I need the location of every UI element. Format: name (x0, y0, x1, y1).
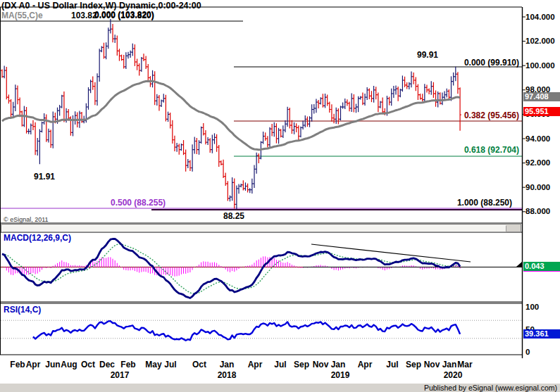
month-label: Apr (26, 360, 41, 369)
price-axis-label: 88.000 (525, 207, 550, 215)
fib-level-label: 0.382 (95.456) (394, 110, 519, 120)
month-label: Jul (386, 360, 398, 369)
fib-level-label: 0.618 (92.704) (394, 145, 519, 155)
month-label: Apr (358, 360, 373, 369)
scrollbar-thumb[interactable] (2, 225, 506, 232)
month-label: Sep (406, 360, 421, 369)
month-label: Jul (164, 360, 176, 369)
macd-value-badge: 0.043 (523, 262, 560, 272)
month-label: Aug (61, 360, 77, 369)
year-label: 2017 (111, 370, 130, 380)
month-label: Jun (45, 360, 60, 369)
last-price-badge: 95.951 (523, 107, 560, 116)
low-2018-label: 88.25 (223, 211, 244, 221)
month-label: Jan (331, 360, 346, 369)
month-label: Jan (220, 360, 235, 369)
month-label: Nov (313, 360, 329, 369)
price-axis-label: 90.000 (525, 183, 550, 191)
month-label: Oct (81, 360, 95, 369)
price-axis-label: 100.000 (525, 61, 555, 70)
fib-level-label: 0.000 (99.910) (394, 58, 519, 68)
year-label: 2019 (331, 370, 350, 380)
fib-level-label: 0.500 (88.255) (111, 198, 188, 208)
macd-study-label[interactable]: MACD(12,26,9,C) (4, 233, 71, 243)
copyright-watermark: © eSignal, 2011 (4, 216, 49, 223)
publisher-text: Published by eSignal (www.esignal.com) (424, 384, 557, 392)
year-label: 2020 (444, 370, 463, 380)
price-axis-label: 102.000 (525, 37, 555, 45)
fib-high-origin-label: 0.000 (103.820) (94, 11, 154, 20)
year-label: 2018 (218, 370, 237, 380)
month-label: Oct (192, 360, 206, 369)
high-price-label: 103.82 (71, 11, 97, 20)
month-label: Apr (248, 360, 263, 369)
price-axis-label: 94.000 (525, 134, 550, 143)
month-label: Feb (120, 360, 135, 369)
low-2016-label: 91.91 (34, 172, 55, 182)
rsi-axis-label: 0 (525, 348, 530, 356)
chart-window: (DX A0 - US Dollar Index,W) Dynamic,0:00… (0, 0, 560, 392)
status-bar: Published by eSignal (www.esignal.com) (0, 383, 560, 392)
month-label: Nov (424, 360, 440, 369)
month-label: Mar (457, 360, 472, 369)
month-label: Jan (442, 360, 457, 369)
ma-study-label[interactable]: MA(55,C)e (1, 11, 43, 20)
month-label: Dec (99, 360, 115, 369)
month-label: Feb (10, 360, 25, 369)
fib-level-label: 1.000 (88.250) (387, 198, 512, 208)
chart-title: (DX A0 - US Dollar Index,W) Dynamic,0:00… (1, 1, 201, 11)
rsi-study-label[interactable]: RSI(14,C) (4, 305, 41, 315)
price-axis-label: 92.000 (525, 158, 550, 167)
horizontal-scrollbar[interactable] (1, 224, 521, 232)
ma-value-badge: 97.408 (523, 92, 560, 101)
rsi-axis-label: 100 (525, 303, 539, 311)
month-label: May (145, 360, 161, 369)
price-axis-label: 104.000 (525, 13, 555, 21)
rsi-value-badge: 39.361 (523, 329, 560, 339)
month-label: Sep (294, 360, 309, 369)
month-label: Jul (274, 360, 286, 369)
